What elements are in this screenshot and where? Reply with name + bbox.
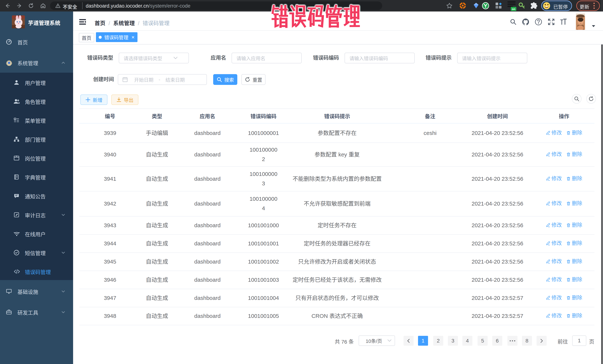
svg-text:on: on [512, 7, 515, 11]
